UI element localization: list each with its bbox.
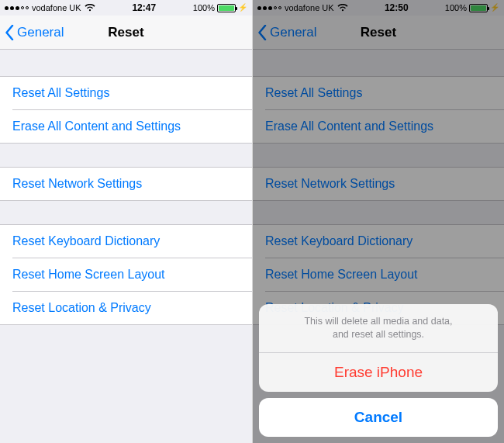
chevron-left-icon: [5, 25, 14, 40]
action-sheet-message-line2: and reset all settings.: [274, 328, 482, 341]
erase-all-content-and-settings[interactable]: Erase All Content and Settings: [12, 109, 252, 143]
content: Reset All Settings Erase All Content and…: [0, 50, 252, 443]
back-button[interactable]: General: [0, 25, 64, 40]
reset-keyboard-dictionary[interactable]: Reset Keyboard Dictionary: [0, 225, 252, 258]
cancel-button[interactable]: Cancel: [259, 398, 498, 437]
screen-right: vodafone UK 12:50 100% ⚡ General Reset: [252, 0, 504, 443]
group-2: Reset Network Settings: [0, 167, 252, 201]
wifi-icon: [85, 4, 95, 12]
action-sheet-message: This will delete all media and data, and…: [259, 304, 498, 353]
action-sheet-message-line1: This will delete all media and data,: [274, 315, 482, 328]
reset-network-settings[interactable]: Reset Network Settings: [0, 168, 252, 200]
battery-percent: 100%: [193, 3, 215, 12]
back-label: General: [17, 25, 64, 40]
battery-icon: [217, 4, 236, 12]
erase-iphone-button[interactable]: Erase iPhone: [259, 353, 498, 392]
status-bar: vodafone UK 12:47 100% ⚡: [0, 0, 252, 16]
reset-all-settings[interactable]: Reset All Settings: [0, 77, 252, 109]
carrier-label: vodafone UK: [32, 3, 81, 12]
signal-icon: [5, 6, 29, 10]
reset-home-screen-layout[interactable]: Reset Home Screen Layout: [12, 258, 252, 291]
clock: 12:47: [132, 2, 156, 13]
group-3: Reset Keyboard Dictionary Reset Home Scr…: [0, 224, 252, 325]
reset-location-privacy[interactable]: Reset Location & Privacy: [12, 291, 252, 324]
charging-icon: ⚡: [238, 4, 247, 12]
screen-left: vodafone UK 12:47 100% ⚡ General Reset: [0, 0, 252, 443]
nav-bar: General Reset: [0, 16, 252, 50]
action-sheet: This will delete all media and data, and…: [259, 304, 498, 437]
group-1: Reset All Settings Erase All Content and…: [0, 76, 252, 144]
